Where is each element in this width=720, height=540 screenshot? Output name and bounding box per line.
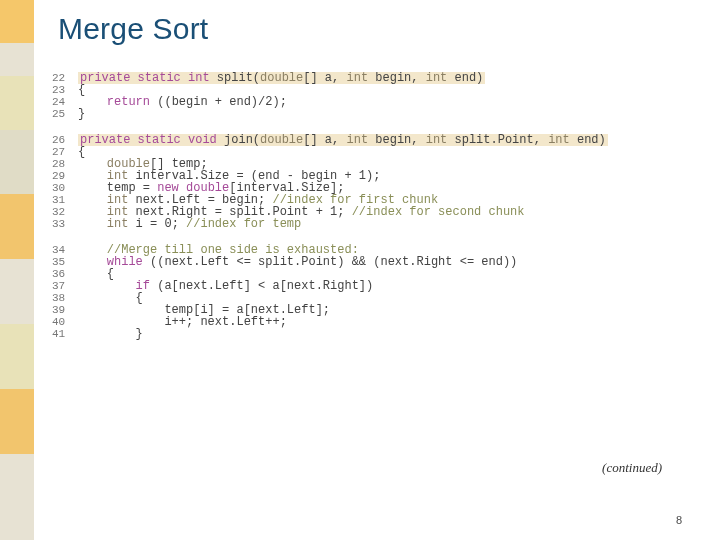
line-number: 41 [52, 329, 78, 340]
code-line: 37 if (a[next.Left] < a[next.Right]) [52, 280, 682, 292]
line-number: 33 [52, 219, 78, 230]
code-text: private static int split(double[] a, int… [78, 72, 485, 84]
line-number: 36 [52, 269, 78, 280]
code-line: 35 while ((next.Left <= split.Point) && … [52, 256, 682, 268]
line-number: 38 [52, 293, 78, 304]
code-text: } [78, 328, 143, 340]
line-number: 23 [52, 85, 78, 96]
line-number: 39 [52, 305, 78, 316]
code-line: 25 } [52, 108, 682, 120]
line-number: 40 [52, 317, 78, 328]
code-line: 41 } [52, 328, 682, 340]
line-number: 34 [52, 245, 78, 256]
code-block-merge-loop: 34 //Merge till one side is exhausted: 3… [52, 244, 682, 340]
code-text: return ((begin + end)/2); [78, 96, 287, 108]
line-number: 27 [52, 147, 78, 158]
code-line: 26 private static void join(double[] a, … [52, 134, 682, 146]
code-block-split: 22 private static int split(double[] a, … [52, 72, 682, 120]
slide-title: Merge Sort [58, 12, 208, 46]
line-number: 22 [52, 73, 78, 84]
line-number: 25 [52, 109, 78, 120]
line-number: 30 [52, 183, 78, 194]
code-text: } [78, 108, 85, 120]
line-number: 32 [52, 207, 78, 218]
code-line: 40 i++; next.Left++; [52, 316, 682, 328]
line-number: 24 [52, 97, 78, 108]
line-number: 29 [52, 171, 78, 182]
line-number: 28 [52, 159, 78, 170]
line-number: 31 [52, 195, 78, 206]
code-line: 33 int i = 0; //index for temp [52, 218, 682, 230]
line-number: 37 [52, 281, 78, 292]
code-line: 22 private static int split(double[] a, … [52, 72, 682, 84]
slide: Merge Sort 22 private static int split(d… [0, 0, 720, 540]
code-line: 24 return ((begin + end)/2); [52, 96, 682, 108]
line-number: 35 [52, 257, 78, 268]
code-listing: 22 private static int split(double[] a, … [52, 72, 682, 354]
page-number: 8 [676, 514, 682, 526]
code-block-join-decl: 26 private static void join(double[] a, … [52, 134, 682, 230]
line-number: 26 [52, 135, 78, 146]
left-accent-bar [0, 0, 34, 540]
continued-label: (continued) [602, 460, 662, 476]
code-text: while ((next.Left <= split.Point) && (ne… [78, 256, 517, 268]
code-text: int i = 0; //index for temp [78, 218, 301, 230]
code-text: private static void join(double[] a, int… [78, 134, 608, 146]
